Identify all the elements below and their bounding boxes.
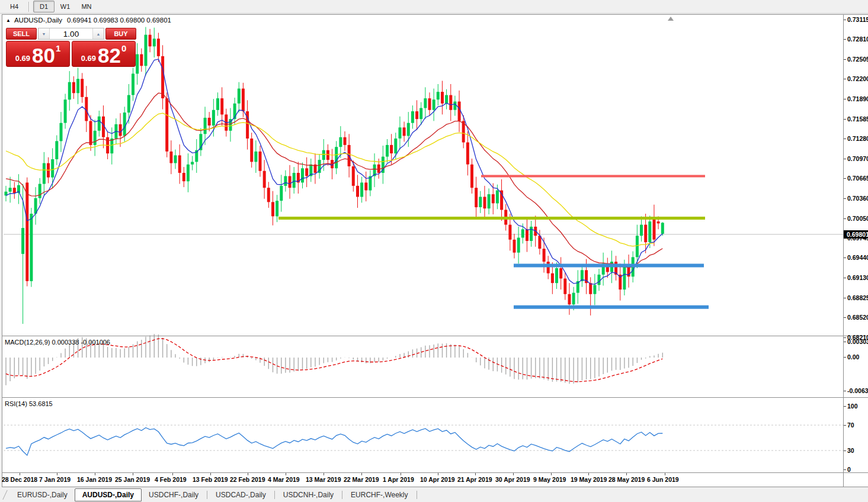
date-tick	[286, 473, 286, 475]
rsi-tick-label: 0	[847, 466, 851, 473]
macd-tick	[844, 357, 846, 358]
rsi-tick-label: 70	[847, 421, 854, 429]
price-tick-label: 0.73115	[847, 16, 868, 23]
chart-title: ▲AUDUSD-,Daily0.69941 0.69983 0.69800 0.…	[6, 17, 171, 24]
date-tick	[95, 473, 95, 475]
date-tick-label: 7 Jan 2019	[39, 476, 71, 483]
date-tick-label: 28 Dec 2018	[2, 476, 37, 483]
price-tick-label: 0.71890	[847, 95, 868, 102]
price-tick	[844, 59, 846, 60]
rsi-tick-label: 100	[847, 403, 858, 410]
price-tick-label: 0.69440	[847, 254, 868, 261]
tab-eurusd-daily[interactable]: EURUSD-,Daily	[10, 489, 75, 501]
price-tick-label: 0.70360	[847, 195, 868, 202]
tab-separator	[417, 491, 417, 499]
price-tick	[844, 99, 846, 99]
sell-price-pips: 80	[32, 47, 55, 65]
price-tick	[844, 119, 846, 120]
tab-audusd-daily[interactable]: AUDUSD-,Daily	[75, 488, 142, 501]
date-tick-label: 19 May 2019	[571, 476, 607, 483]
chart-symbol-period: AUDUSD-,Daily	[14, 17, 62, 24]
macd-signal-value: -0.001006	[81, 339, 110, 346]
date-tick-label: 10 Apr 2019	[420, 476, 455, 483]
sell-quote-button[interactable]: 0.69 80 1	[6, 41, 70, 67]
sell-price-point: 1	[56, 43, 60, 53]
volume-input[interactable]	[50, 28, 92, 39]
chevron-down-icon: ▼	[42, 32, 46, 36]
price-chart-canvas[interactable]	[0, 0, 868, 502]
date-tick	[210, 473, 211, 475]
collapse-panel-icon[interactable]: ▲	[6, 18, 11, 23]
one-click-trading-panel: SELL ▼ ▲ BUY 0.69 80 1 0.69 82 0	[6, 28, 136, 67]
tab-usdcnh-daily[interactable]: USDCNH-,Daily	[276, 489, 341, 501]
date-tick	[626, 473, 627, 475]
date-tick	[401, 473, 401, 475]
macd-tick	[844, 342, 846, 342]
tab-edge-decoration	[2, 490, 7, 500]
macd-label: MACD(12,26,9) 0.000338 -0.001006	[5, 339, 110, 346]
price-tick-label: 0.72505	[847, 56, 868, 63]
rsi-pane-splitter[interactable]	[2, 397, 868, 398]
tab-usdchf-daily[interactable]: USDCHF-,Daily	[142, 489, 206, 501]
date-tick-label: 6 Jun 2019	[647, 476, 679, 483]
price-tick-label: 0.70050	[847, 215, 868, 222]
price-tick	[844, 337, 846, 338]
price-tick-label: 0.72200	[847, 75, 868, 82]
sell-button[interactable]: SELL	[6, 28, 37, 40]
tab-separator	[274, 491, 275, 499]
rsi-tick	[844, 406, 846, 407]
price-tick-label: 0.71280	[847, 135, 868, 142]
tab-usdcad-daily[interactable]: USDCAD-,Daily	[209, 489, 273, 501]
price-tick	[844, 79, 846, 79]
date-tick	[665, 473, 665, 475]
rsi-tick	[844, 425, 846, 426]
date-tick-label: 13 Feb 2019	[193, 476, 228, 483]
buy-button[interactable]: BUY	[105, 28, 136, 40]
tab-separator	[342, 491, 342, 499]
volume-increase-button[interactable]: ▲	[92, 28, 104, 39]
chart-shift-marker-icon[interactable]	[668, 17, 674, 21]
moving-averages	[6, 59, 662, 284]
price-tick-label: 0.70970	[847, 155, 868, 162]
date-tick-label: 4 Mar 2019	[268, 476, 300, 483]
macd-tick-label: 0.00	[847, 353, 859, 361]
date-tick	[20, 473, 20, 475]
buy-price-pips: 82	[98, 47, 121, 65]
date-tick	[588, 473, 589, 475]
macd-tick-label: 0.003035	[847, 338, 868, 345]
date-tick	[248, 473, 248, 475]
tab-eurchf-weekly[interactable]: EURCHF-,Weekly	[344, 489, 415, 501]
date-tick	[513, 473, 514, 475]
price-tick	[844, 258, 846, 258]
date-tick-label: 30 Apr 2019	[495, 476, 530, 483]
volume-decrease-button[interactable]: ▼	[39, 28, 50, 39]
volume-stepper: ▼ ▲	[38, 28, 104, 40]
price-tick	[844, 178, 846, 179]
date-tick-label: 16 Jan 2019	[77, 476, 112, 483]
chart-ohlc-values: 0.69941 0.69983 0.69800 0.69801	[67, 17, 171, 24]
price-axis-border	[843, 14, 844, 487]
date-tick-label: 13 Mar 2019	[306, 476, 341, 483]
date-tick	[133, 473, 133, 475]
date-tick	[324, 473, 324, 475]
macd-pane-splitter[interactable]	[2, 336, 868, 336]
date-tick-label: 28 May 2019	[608, 476, 645, 483]
chart-tab-bar: EURUSD-,Daily AUDUSD-,Daily USDCHF-,Dail…	[0, 487, 868, 502]
bid-price-badge: 0.69801	[844, 230, 868, 239]
rsi-value: 53.6815	[29, 400, 53, 407]
rsi-tick-label: 30	[847, 447, 854, 454]
price-tick-label: 0.68520	[847, 314, 868, 321]
tab-separator	[207, 491, 207, 499]
date-tick	[361, 473, 362, 475]
rsi-label: RSI(14) 53.6815	[5, 400, 53, 407]
price-tick-label: 0.69130	[847, 274, 868, 281]
price-tick	[844, 278, 846, 278]
macd-tick-label: -0.006311	[847, 387, 868, 394]
buy-quote-button[interactable]: 0.69 82 0	[72, 41, 136, 67]
buy-price-point: 0	[121, 43, 126, 53]
date-tick-label: 9 May 2019	[533, 476, 566, 483]
buy-price-prefix: 0.69	[81, 54, 96, 65]
chevron-up-icon: ▲	[97, 32, 101, 36]
fast-ma	[6, 59, 662, 284]
terminal-root: H4 D1 W1 MN ▲AUDUSD-,Daily0.69941 0.6998…	[0, 0, 868, 502]
